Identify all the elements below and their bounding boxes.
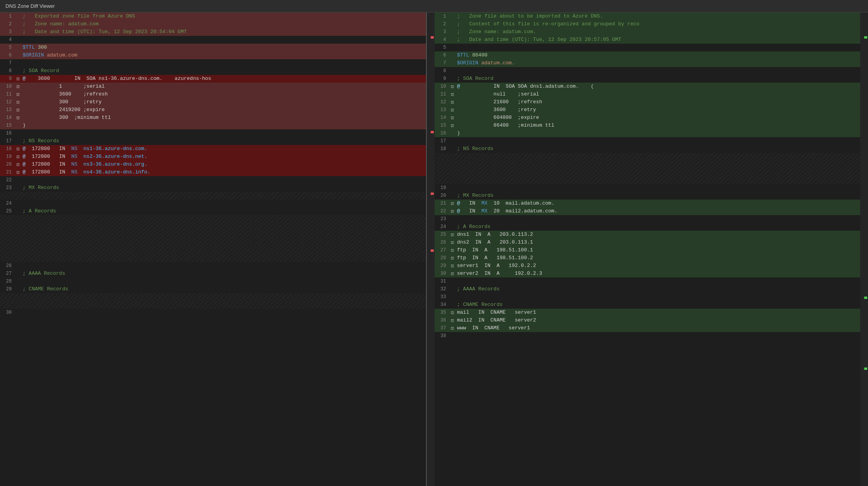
- line-row: 7$ORIGIN adatum.com.: [435, 59, 861, 67]
- right-pane[interactable]: 1; Zone file about to be imported to Azu…: [435, 12, 861, 486]
- line-content: $TTL 300: [21, 44, 426, 51]
- line-icon: ◫: [449, 83, 456, 90]
- line-icon: [449, 129, 456, 137]
- line-content: [21, 239, 426, 246]
- line-icon: [449, 277, 456, 285]
- line-number: 36: [435, 316, 449, 324]
- line-row: 21◫@ 172800 IN NS ns4-36.azure-dns.info.: [0, 168, 426, 176]
- line-icon: [449, 153, 456, 161]
- line-content: $TTL 86400: [456, 51, 861, 59]
- line-icon: [449, 285, 456, 293]
- line-number: 16: [0, 129, 15, 137]
- line-number: 25: [0, 207, 15, 215]
- left-pane[interactable]: 1; Exported zone file from Azure DNS2; Z…: [0, 12, 427, 486]
- line-icon: ◫: [449, 246, 456, 254]
- line-number: 6: [0, 51, 15, 59]
- line-row: 1; Exported zone file from Azure DNS: [0, 12, 426, 20]
- line-content: ; NS Records: [21, 137, 426, 145]
- line-number: 8: [0, 67, 15, 75]
- line-number: 7: [435, 59, 449, 67]
- line-row: [0, 192, 426, 200]
- line-row: 13◫ 3600 ;retry: [435, 106, 861, 114]
- line-row: 24; A Records: [435, 223, 861, 231]
- line-content: [21, 301, 426, 309]
- line-icon: ◫: [449, 207, 456, 215]
- line-icon: [15, 184, 21, 192]
- left-minimap[interactable]: [427, 12, 435, 486]
- line-row: [0, 301, 426, 309]
- line-content: [456, 332, 861, 340]
- line-icon: [15, 44, 21, 51]
- line-content: ): [21, 122, 426, 129]
- line-number: 21: [0, 168, 15, 176]
- minimap-mark: [431, 131, 434, 133]
- line-number: 4: [435, 36, 449, 44]
- line-row: [0, 223, 426, 231]
- line-content: ; Content of this file is re-organized a…: [456, 20, 861, 28]
- line-content: [21, 246, 426, 254]
- line-icon: ◫: [449, 324, 456, 332]
- line-content: [21, 192, 426, 200]
- right-minimap[interactable]: [860, 12, 868, 486]
- line-number: 31: [435, 277, 449, 285]
- line-icon: [15, 309, 21, 316]
- line-row: 4: [0, 36, 426, 44]
- line-number: 2: [435, 20, 449, 28]
- line-number: 19: [435, 184, 449, 192]
- line-icon: [15, 176, 21, 184]
- line-icon: [449, 12, 456, 20]
- line-number: 11: [0, 90, 15, 98]
- line-number: 20: [0, 161, 15, 168]
- line-content: ; Exported zone file from Azure DNS: [21, 12, 426, 20]
- line-row: 1; Zone file about to be imported to Azu…: [435, 12, 861, 20]
- line-icon: ◫: [15, 75, 21, 83]
- line-number: [0, 293, 15, 301]
- line-row: 8; SOA Record: [0, 67, 426, 75]
- line-number: 2: [0, 20, 15, 28]
- line-content: [21, 254, 426, 262]
- line-number: 3: [435, 28, 449, 36]
- line-icon: [449, 145, 456, 153]
- line-number: 20: [435, 192, 449, 200]
- line-content: ftp IN A 198.51.100.2: [456, 254, 861, 262]
- line-row: 8: [435, 67, 861, 75]
- line-number: 30: [435, 270, 449, 277]
- line-row: [435, 153, 861, 161]
- line-icon: ◫: [15, 106, 21, 114]
- line-row: 20; MX Records: [435, 192, 861, 200]
- line-row: 29; CNAME Records: [0, 285, 426, 293]
- app-title: DNS Zone Diff Viewer: [5, 3, 55, 9]
- line-icon: ◫: [15, 83, 21, 90]
- line-content: [21, 215, 426, 223]
- line-content: ; SOA Record: [21, 67, 426, 75]
- line-row: 5: [435, 44, 861, 51]
- right-lines: 1; Zone file about to be imported to Azu…: [435, 12, 861, 340]
- line-number: 17: [0, 137, 15, 145]
- line-row: 29◫server1 IN A 192.0.2.2: [435, 262, 861, 270]
- line-icon: [15, 301, 21, 309]
- line-row: 33: [435, 293, 861, 301]
- diff-container: 1; Exported zone file from Azure DNS2; Z…: [0, 12, 868, 486]
- line-row: 2; Zone name: adatum.com: [0, 20, 426, 28]
- line-content: www IN CNAME server1: [456, 324, 861, 332]
- line-number: [435, 153, 449, 161]
- line-row: 22◫@ IN MX 20 mail2.adatum.com.: [435, 207, 861, 215]
- line-icon: ◫: [449, 98, 456, 106]
- line-row: 25; A Records: [0, 207, 426, 215]
- line-content: ; Zone name: adatum.com: [21, 20, 426, 28]
- line-content: @ IN MX 20 mail2.adatum.com.: [456, 207, 861, 215]
- line-number: 23: [435, 215, 449, 223]
- line-number: [0, 246, 15, 254]
- line-content: server2 IN A 192.0.2.3: [456, 270, 861, 277]
- line-icon: [449, 51, 456, 59]
- line-number: [0, 223, 15, 231]
- line-content: null ;serial: [456, 90, 861, 98]
- line-content: ; Date and time (UTC): Tue, 12 Sep 2023 …: [456, 36, 861, 44]
- minimap-mark: [864, 368, 867, 370]
- line-icon: [15, 192, 21, 200]
- line-number: [435, 176, 449, 184]
- line-icon: [15, 207, 21, 215]
- line-icon: ◫: [449, 254, 456, 262]
- line-icon: ◫: [449, 270, 456, 277]
- line-row: 9; SOA Record: [435, 75, 861, 83]
